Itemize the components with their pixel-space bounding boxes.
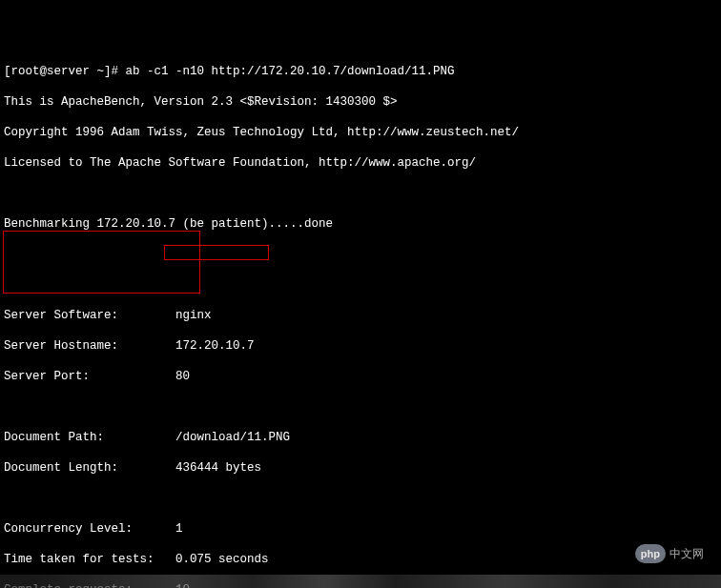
watermark-badge: php (635, 544, 666, 563)
blank (4, 186, 717, 201)
blank (4, 247, 717, 262)
bottom-smudge (0, 575, 721, 588)
server-port: Server Port: 80 (4, 369, 717, 384)
watermark-text: 中文网 (670, 546, 704, 561)
header-line1: This is ApacheBench, Version 2.3 <$Revis… (4, 94, 717, 110)
blank (4, 277, 717, 293)
blank (4, 399, 717, 415)
header-line3: Licensed to The Apache Software Foundati… (4, 155, 717, 171)
header-line2: Copyright 1996 Adam Twiss, Zeus Technolo… (4, 125, 717, 140)
blank (4, 491, 717, 506)
benchmarking-line: Benchmarking 172.20.10.7 (be patient)...… (4, 216, 717, 232)
command-line: [root@server ~]# ab -c1 -n10 http://172.… (4, 64, 717, 79)
concurrency-level: Concurrency Level: 1 (4, 521, 717, 537)
time-taken: Time taken for tests: 0.075 seconds (4, 552, 717, 567)
document-length: Document Length: 436444 bytes (4, 460, 717, 476)
document-path: Document Path: /download/11.PNG (4, 430, 717, 445)
server-software: Server Software: nginx (4, 308, 717, 323)
watermark: php 中文网 (635, 544, 704, 563)
server-hostname: Server Hostname: 172.20.10.7 (4, 338, 717, 354)
